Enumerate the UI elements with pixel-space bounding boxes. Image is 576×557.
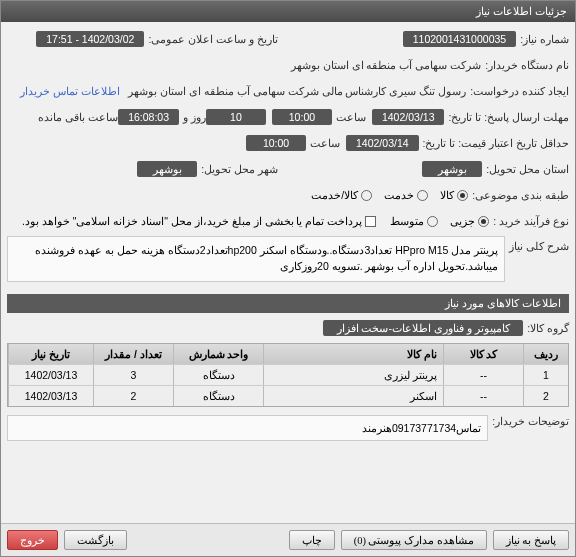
duration-value: 10 — [206, 109, 266, 125]
need-number-value: 1102001431000035 — [403, 31, 516, 47]
attachments-button[interactable]: مشاهده مدارک پیوستی (0) — [341, 530, 487, 550]
table-row[interactable]: 2 -- اسکنر دستگاه 2 1402/03/13 — [8, 385, 568, 406]
buyer-note-label: توضیحات خریدار: — [492, 415, 569, 427]
radio-dot-icon — [361, 190, 372, 201]
remaining-label: ساعت باقی مانده — [38, 111, 118, 123]
deadline-send-time: 10:00 — [272, 109, 332, 125]
validity-label: حداقل تاریخ اعتبار قیمت: تا تاریخ: — [423, 137, 569, 149]
desc-text: پرینتر مدل HPpro M15 تعداد3دستگاه..ودستگ… — [7, 236, 505, 282]
reply-button[interactable]: پاسخ به نیاز — [493, 530, 569, 550]
footer-bar: پاسخ به نیاز مشاهده مدارک پیوستی (0) چاپ… — [1, 523, 575, 556]
exec-city-value: بوشهر — [137, 161, 197, 177]
need-details-window: جزئیات اطلاعات نیاز شماره نیاز: 11020014… — [0, 0, 576, 557]
check-treasury[interactable]: پرداخت تمام یا بخشی از مبلغ خرید،از محل … — [22, 215, 376, 227]
remaining-time: 16:08:03 — [118, 109, 179, 125]
window-header: جزئیات اطلاعات نیاز — [1, 1, 575, 22]
radio-dot-icon — [417, 190, 428, 201]
buyer-label: نام دستگاه خریدار: — [485, 59, 569, 71]
radio-medium[interactable]: متوسط — [390, 215, 438, 227]
group-value: کامپیوتر و فناوری اطلاعات-سخت افزار — [323, 320, 523, 336]
validity-time: 10:00 — [246, 135, 306, 151]
th-qty: تعداد / مقدار — [93, 344, 173, 364]
th-unit: واحد شمارش — [173, 344, 263, 364]
exec-city-label: شهر محل تحویل: — [201, 163, 278, 175]
table-header-row: ردیف کد کالا نام کالا واحد شمارش تعداد /… — [8, 344, 568, 364]
process-radio-group: جزیی متوسط — [390, 215, 489, 227]
contact-link[interactable]: اطلاعات تماس خریدار — [20, 85, 120, 97]
radio-goods[interactable]: کالا — [440, 189, 468, 201]
radio-goods-service[interactable]: کالا/خدمت — [311, 189, 372, 201]
deadline-send-date: 1402/03/13 — [372, 109, 445, 125]
deadline-time-label: ساعت — [336, 111, 366, 123]
exit-button[interactable]: خروج — [7, 530, 58, 550]
desc-label: شرح کلی نیاز — [509, 236, 569, 252]
payment-note: پرداخت تمام یا بخشی از مبلغ خرید،از محل … — [22, 215, 362, 227]
radio-partial[interactable]: جزیی — [450, 215, 489, 227]
radio-dot-icon — [478, 216, 489, 227]
content-area: شماره نیاز: 1102001431000035 تاریخ و ساع… — [1, 22, 575, 451]
announce-value: 1402/03/02 - 17:51 — [36, 31, 144, 47]
items-table: ردیف کد کالا نام کالا واحد شمارش تعداد /… — [7, 343, 569, 407]
category-label: طبقه بندی موضوعی: — [472, 189, 569, 201]
exec-province-label: استان محل تحویل: — [486, 163, 569, 175]
back-button[interactable]: بازگشت — [64, 530, 127, 550]
print-button[interactable]: چاپ — [289, 530, 335, 550]
radio-service[interactable]: خدمت — [384, 189, 428, 201]
process-label: نوع فرآیند خرید : — [493, 215, 569, 227]
group-label: گروه کالا: — [527, 322, 569, 334]
buyer-value: شرکت سهامی آب منطقه ای استان بوشهر — [291, 59, 482, 71]
deadline-send-label: مهلت ارسال پاسخ: تا تاریخ: — [448, 111, 569, 123]
th-name: نام کالا — [263, 344, 443, 364]
buyer-note-text: تماس09173771734هنرمند — [7, 415, 488, 441]
window-title: جزئیات اطلاعات نیاز — [476, 5, 567, 17]
th-code: کد کالا — [443, 344, 523, 364]
validity-time-label: ساعت — [310, 137, 340, 149]
need-number-label: شماره نیاز: — [520, 33, 569, 45]
radio-dot-icon — [427, 216, 438, 227]
validity-date: 1402/03/14 — [346, 135, 419, 151]
radio-dot-icon — [457, 190, 468, 201]
duration-label: روز و — [183, 111, 206, 123]
th-date: تاریخ نیاز — [8, 344, 93, 364]
requester-value: رسول تنگ سیری کارشناس مالی شرکت سهامی آب… — [128, 85, 466, 97]
exec-province-value: بوشهر — [422, 161, 482, 177]
th-row: ردیف — [523, 344, 568, 364]
items-section-title: اطلاعات کالاهای مورد نیاز — [7, 294, 569, 313]
table-row[interactable]: 1 -- پرینتر لیزری دستگاه 3 1402/03/13 — [8, 364, 568, 385]
announce-label: تاریخ و ساعت اعلان عمومی: — [148, 33, 278, 45]
category-radio-group: کالا خدمت کالا/خدمت — [311, 189, 468, 201]
checkbox-icon — [365, 216, 376, 227]
requester-label: ایجاد کننده درخواست: — [470, 85, 569, 97]
